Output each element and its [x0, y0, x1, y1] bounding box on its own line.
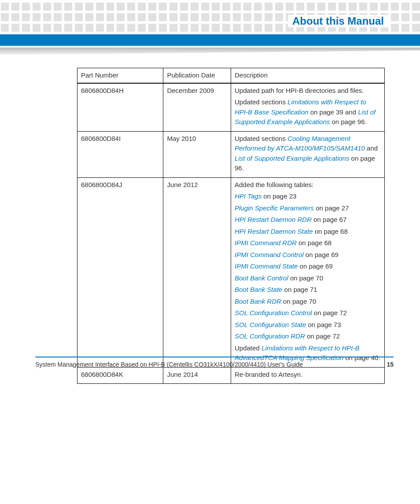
- cross-reference-link[interactable]: IPMI Command RDR: [235, 239, 297, 246]
- cross-reference-link[interactable]: HPI Restart Daemon State: [235, 228, 313, 235]
- description-text: Updated sections: [235, 98, 287, 106]
- page-title: About this Manual: [288, 15, 388, 27]
- cross-reference-link[interactable]: SOL Configuration RDR: [235, 332, 305, 340]
- cell-publication-date: June 2012: [163, 177, 231, 367]
- col-description: Description: [231, 68, 384, 83]
- cell-part-number: 6806800D84J: [77, 177, 163, 367]
- description-text: and: [365, 144, 378, 152]
- description-text: on page 70: [281, 298, 316, 305]
- description-text: on page 71: [282, 286, 317, 293]
- cross-reference-link[interactable]: HPI Tags: [235, 192, 262, 200]
- table-row: 6806800D84IMay 2010Updated sections Cool…: [77, 131, 385, 177]
- description-text: on page 23: [262, 192, 296, 200]
- page-number: 15: [387, 361, 394, 368]
- description-text: Updated sections: [235, 135, 287, 142]
- cross-reference-link[interactable]: Plugin Specific Parameters: [235, 204, 314, 212]
- cell-part-number: 6806800D84I: [77, 131, 163, 177]
- col-publication-date: Publication Date: [163, 68, 231, 83]
- description-text: Updated: [235, 344, 262, 352]
- cell-publication-date: June 2014: [163, 367, 231, 384]
- cross-reference-link[interactable]: List of Supported Example Applications: [235, 155, 349, 162]
- table-row: 6806800D84KJune 2014Re-branded to Artesy…: [77, 367, 385, 384]
- col-part-number: Part Number: [77, 68, 163, 83]
- cross-reference-link[interactable]: HPI Restart Daemon RDR: [235, 216, 312, 223]
- description-text: Added the following tables:: [235, 181, 313, 188]
- description-text: Re-branded to Artesyn.: [235, 371, 302, 378]
- description-text: Updated path for HPI-B directories and f…: [235, 87, 364, 94]
- description-text: on page 73: [306, 321, 341, 328]
- cross-reference-link[interactable]: Boot Bank State: [235, 286, 282, 293]
- description-text: on page 68: [297, 239, 332, 246]
- cell-description: Updated path for HPI-B directories and f…: [231, 83, 384, 132]
- page-footer: System Management Interface Based on HPI…: [35, 357, 394, 368]
- description-text: on page 72: [305, 332, 340, 340]
- cross-reference-link[interactable]: Boot Bank Control: [235, 274, 288, 282]
- table-row: 6806800D84HDecember 2009Updated path for…: [77, 83, 385, 132]
- table-header-row: Part Number Publication Date Description: [77, 68, 385, 83]
- cross-reference-link[interactable]: IPMI Command State: [235, 262, 298, 270]
- cell-description: Re-branded to Artesyn.: [231, 367, 384, 384]
- description-text: on page 68: [313, 228, 348, 235]
- footer-text: System Management Interface Based on HPI…: [35, 361, 303, 368]
- description-text: on page 67: [312, 216, 346, 223]
- description-text: on page 69: [304, 251, 339, 258]
- cell-description: Added the following tables:HPI Tags on p…: [231, 177, 384, 367]
- cross-reference-link[interactable]: SOL Configuration State: [235, 321, 306, 328]
- cross-reference-link[interactable]: SOL Configuration Control: [235, 309, 312, 316]
- description-text: on page 69: [298, 262, 332, 270]
- description-text: on page 96.: [330, 118, 366, 125]
- description-text: on page 27: [314, 204, 349, 212]
- header-blue-bar: [0, 34, 420, 46]
- cross-reference-link[interactable]: IPMI Command Control: [235, 251, 304, 258]
- cell-publication-date: December 2009: [163, 83, 231, 132]
- description-text: on page 72: [312, 309, 347, 316]
- cell-publication-date: May 2010: [163, 131, 231, 177]
- cross-reference-link[interactable]: Boot Bank RDR: [235, 298, 281, 305]
- cell-description: Updated sections Cooling Management Perf…: [231, 131, 384, 177]
- table-row: 6806800D84JJune 2012Added the following …: [77, 177, 385, 367]
- cell-part-number: 6806800D84K: [77, 367, 163, 384]
- description-text: on page 70: [288, 274, 323, 282]
- header-gray-strip: [0, 48, 420, 55]
- cell-part-number: 6806800D84H: [77, 83, 163, 132]
- revision-table: Part Number Publication Date Description…: [77, 68, 385, 384]
- description-text: on page 39 and: [309, 108, 358, 116]
